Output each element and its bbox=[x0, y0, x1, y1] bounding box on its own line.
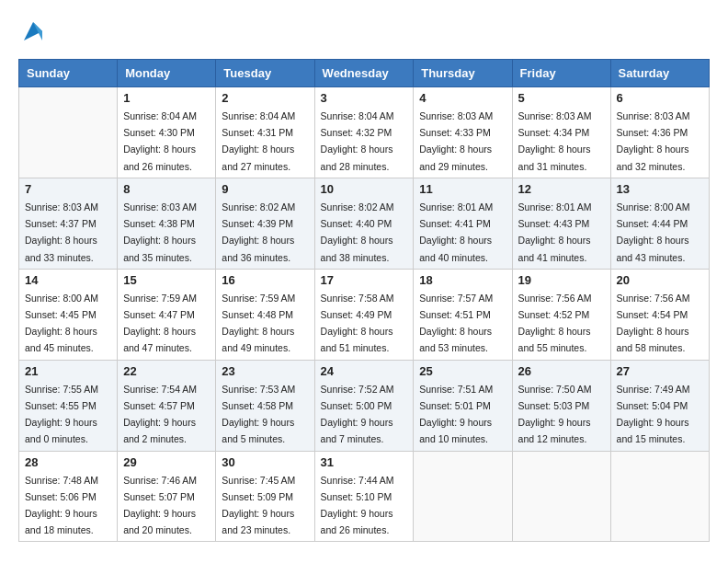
day-info: Sunrise: 7:59 AMSunset: 4:48 PMDaylight:… bbox=[222, 293, 295, 354]
weekday-header-sunday: Sunday bbox=[19, 60, 118, 87]
calendar-cell bbox=[414, 451, 512, 542]
day-number: 29 bbox=[123, 455, 210, 469]
day-info: Sunrise: 8:04 AMSunset: 4:31 PMDaylight:… bbox=[222, 110, 295, 172]
day-number: 23 bbox=[222, 364, 308, 378]
calendar-cell: 20Sunrise: 7:56 AMSunset: 4:54 PMDayligh… bbox=[610, 269, 709, 360]
day-number: 27 bbox=[617, 364, 703, 378]
calendar-cell: 3Sunrise: 8:04 AMSunset: 4:32 PMDaylight… bbox=[314, 87, 414, 178]
day-info: Sunrise: 7:49 AMSunset: 5:04 PMDaylight:… bbox=[617, 384, 690, 445]
day-number: 30 bbox=[222, 455, 308, 469]
day-info: Sunrise: 7:56 AMSunset: 4:52 PMDaylight:… bbox=[518, 293, 592, 354]
day-info: Sunrise: 8:01 AMSunset: 4:41 PMDaylight:… bbox=[419, 201, 493, 263]
day-info: Sunrise: 7:55 AMSunset: 4:55 PMDaylight:… bbox=[25, 384, 98, 445]
calendar-cell: 23Sunrise: 7:53 AMSunset: 4:58 PMDayligh… bbox=[216, 360, 314, 451]
day-number: 20 bbox=[617, 273, 703, 287]
day-info: Sunrise: 8:03 AMSunset: 4:33 PMDaylight:… bbox=[419, 110, 493, 172]
day-info: Sunrise: 8:00 AMSunset: 4:44 PMDaylight:… bbox=[617, 201, 690, 263]
day-info: Sunrise: 8:03 AMSunset: 4:34 PMDaylight:… bbox=[518, 110, 592, 172]
day-info: Sunrise: 7:48 AMSunset: 5:06 PMDaylight:… bbox=[25, 475, 98, 536]
weekday-header-thursday: Thursday bbox=[414, 60, 512, 87]
calendar-cell: 6Sunrise: 8:03 AMSunset: 4:36 PMDaylight… bbox=[610, 87, 709, 178]
day-number: 31 bbox=[321, 455, 408, 469]
day-number: 22 bbox=[123, 364, 210, 378]
calendar-cell: 24Sunrise: 7:52 AMSunset: 5:00 PMDayligh… bbox=[314, 360, 414, 451]
day-info: Sunrise: 8:02 AMSunset: 4:39 PMDaylight:… bbox=[222, 201, 295, 263]
day-number: 10 bbox=[321, 182, 408, 196]
calendar-week-1: 1Sunrise: 8:04 AMSunset: 4:30 PMDaylight… bbox=[19, 87, 710, 178]
calendar-cell: 1Sunrise: 8:04 AMSunset: 4:30 PMDaylight… bbox=[118, 87, 216, 178]
day-number: 3 bbox=[321, 91, 408, 105]
day-info: Sunrise: 7:51 AMSunset: 5:01 PMDaylight:… bbox=[419, 384, 493, 445]
day-info: Sunrise: 7:45 AMSunset: 5:09 PMDaylight:… bbox=[222, 475, 295, 536]
calendar-cell bbox=[610, 451, 709, 542]
day-number: 13 bbox=[617, 182, 703, 196]
calendar-cell: 31Sunrise: 7:44 AMSunset: 5:10 PMDayligh… bbox=[314, 451, 414, 542]
calendar-cell: 15Sunrise: 7:59 AMSunset: 4:47 PMDayligh… bbox=[118, 269, 216, 360]
day-number: 1 bbox=[123, 91, 210, 105]
calendar-week-3: 14Sunrise: 8:00 AMSunset: 4:45 PMDayligh… bbox=[19, 269, 710, 360]
calendar-cell bbox=[512, 451, 610, 542]
calendar-cell: 11Sunrise: 8:01 AMSunset: 4:41 PMDayligh… bbox=[414, 178, 512, 269]
calendar-cell: 25Sunrise: 7:51 AMSunset: 5:01 PMDayligh… bbox=[414, 360, 512, 451]
day-info: Sunrise: 7:46 AMSunset: 5:07 PMDaylight:… bbox=[123, 475, 197, 536]
day-info: Sunrise: 7:56 AMSunset: 4:54 PMDaylight:… bbox=[617, 293, 690, 354]
calendar-cell: 13Sunrise: 8:00 AMSunset: 4:44 PMDayligh… bbox=[610, 178, 709, 269]
day-number: 18 bbox=[419, 273, 506, 287]
day-number: 9 bbox=[222, 182, 308, 196]
calendar-cell: 21Sunrise: 7:55 AMSunset: 4:55 PMDayligh… bbox=[19, 360, 118, 451]
calendar-cell bbox=[19, 87, 118, 178]
day-info: Sunrise: 7:59 AMSunset: 4:47 PMDaylight:… bbox=[123, 293, 197, 354]
calendar-week-5: 28Sunrise: 7:48 AMSunset: 5:06 PMDayligh… bbox=[19, 451, 710, 542]
day-number: 4 bbox=[419, 91, 506, 105]
page-header bbox=[18, 18, 710, 44]
calendar-cell: 27Sunrise: 7:49 AMSunset: 5:04 PMDayligh… bbox=[610, 360, 709, 451]
day-number: 11 bbox=[419, 182, 506, 196]
day-info: Sunrise: 7:57 AMSunset: 4:51 PMDaylight:… bbox=[419, 293, 493, 354]
logo bbox=[18, 18, 46, 44]
day-info: Sunrise: 8:03 AMSunset: 4:38 PMDaylight:… bbox=[123, 201, 197, 263]
day-info: Sunrise: 8:04 AMSunset: 4:32 PMDaylight:… bbox=[321, 110, 394, 172]
calendar-week-4: 21Sunrise: 7:55 AMSunset: 4:55 PMDayligh… bbox=[19, 360, 710, 451]
calendar-cell: 16Sunrise: 7:59 AMSunset: 4:48 PMDayligh… bbox=[216, 269, 314, 360]
day-number: 28 bbox=[25, 455, 111, 469]
weekday-header-row: SundayMondayTuesdayWednesdayThursdayFrid… bbox=[19, 60, 710, 87]
calendar-cell: 18Sunrise: 7:57 AMSunset: 4:51 PMDayligh… bbox=[414, 269, 512, 360]
day-number: 26 bbox=[518, 364, 605, 378]
weekday-header-wednesday: Wednesday bbox=[314, 60, 414, 87]
weekday-header-tuesday: Tuesday bbox=[216, 60, 314, 87]
calendar-cell: 26Sunrise: 7:50 AMSunset: 5:03 PMDayligh… bbox=[512, 360, 610, 451]
calendar-cell: 30Sunrise: 7:45 AMSunset: 5:09 PMDayligh… bbox=[216, 451, 314, 542]
calendar-table: SundayMondayTuesdayWednesdayThursdayFrid… bbox=[18, 59, 710, 542]
day-number: 2 bbox=[222, 91, 308, 105]
logo-icon bbox=[20, 18, 46, 44]
day-number: 6 bbox=[617, 91, 703, 105]
day-number: 16 bbox=[222, 273, 308, 287]
day-info: Sunrise: 7:58 AMSunset: 4:49 PMDaylight:… bbox=[321, 293, 394, 354]
day-number: 14 bbox=[25, 273, 111, 287]
day-number: 12 bbox=[518, 182, 605, 196]
weekday-header-monday: Monday bbox=[118, 60, 216, 87]
calendar-cell: 19Sunrise: 7:56 AMSunset: 4:52 PMDayligh… bbox=[512, 269, 610, 360]
day-info: Sunrise: 8:03 AMSunset: 4:37 PMDaylight:… bbox=[25, 201, 98, 263]
weekday-header-saturday: Saturday bbox=[610, 60, 709, 87]
calendar-week-2: 7Sunrise: 8:03 AMSunset: 4:37 PMDaylight… bbox=[19, 178, 710, 269]
day-info: Sunrise: 7:52 AMSunset: 5:00 PMDaylight:… bbox=[321, 384, 394, 445]
day-number: 8 bbox=[123, 182, 210, 196]
day-info: Sunrise: 7:44 AMSunset: 5:10 PMDaylight:… bbox=[321, 475, 394, 536]
calendar-cell: 28Sunrise: 7:48 AMSunset: 5:06 PMDayligh… bbox=[19, 451, 118, 542]
day-number: 7 bbox=[25, 182, 111, 196]
day-number: 5 bbox=[518, 91, 605, 105]
calendar-cell: 22Sunrise: 7:54 AMSunset: 4:57 PMDayligh… bbox=[118, 360, 216, 451]
calendar-cell: 12Sunrise: 8:01 AMSunset: 4:43 PMDayligh… bbox=[512, 178, 610, 269]
calendar-cell: 2Sunrise: 8:04 AMSunset: 4:31 PMDaylight… bbox=[216, 87, 314, 178]
day-number: 21 bbox=[25, 364, 111, 378]
day-info: Sunrise: 8:04 AMSunset: 4:30 PMDaylight:… bbox=[123, 110, 197, 172]
day-info: Sunrise: 8:02 AMSunset: 4:40 PMDaylight:… bbox=[321, 201, 394, 263]
day-info: Sunrise: 8:01 AMSunset: 4:43 PMDaylight:… bbox=[518, 201, 592, 263]
day-info: Sunrise: 8:03 AMSunset: 4:36 PMDaylight:… bbox=[617, 110, 690, 172]
calendar-cell: 9Sunrise: 8:02 AMSunset: 4:39 PMDaylight… bbox=[216, 178, 314, 269]
day-info: Sunrise: 7:54 AMSunset: 4:57 PMDaylight:… bbox=[123, 384, 197, 445]
calendar-cell: 14Sunrise: 8:00 AMSunset: 4:45 PMDayligh… bbox=[19, 269, 118, 360]
day-info: Sunrise: 7:53 AMSunset: 4:58 PMDaylight:… bbox=[222, 384, 295, 445]
day-number: 19 bbox=[518, 273, 605, 287]
